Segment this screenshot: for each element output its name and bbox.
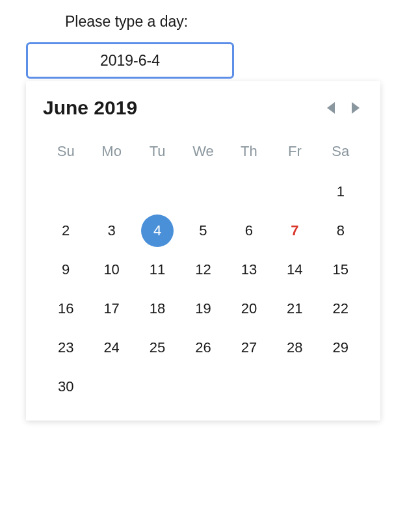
day-button[interactable]: 15 [324, 254, 357, 286]
day-button[interactable]: 16 [49, 292, 82, 325]
day-button[interactable]: 3 [96, 214, 128, 247]
chevron-right-icon [349, 101, 361, 115]
day-cell: 10 [88, 250, 134, 289]
day-cell: 15 [318, 250, 363, 289]
day-button[interactable]: 20 [233, 292, 265, 325]
day-button[interactable]: 25 [141, 332, 174, 364]
next-month-button[interactable] [347, 98, 363, 118]
day-cell: 12 [180, 250, 226, 289]
day-button[interactable]: 19 [187, 292, 219, 325]
day-cell: 30 [43, 367, 88, 406]
day-cell: 21 [272, 289, 317, 328]
day-cell: 11 [135, 250, 180, 289]
day-cell: 19 [180, 289, 226, 328]
day-cell: 24 [88, 328, 134, 367]
empty-cell [135, 172, 180, 211]
prompt-label: Please type a day: [65, 13, 420, 31]
day-cell: 4 [135, 211, 180, 250]
day-cell: 5 [180, 211, 226, 250]
day-button[interactable]: 23 [49, 332, 82, 364]
day-cell: 29 [318, 328, 363, 367]
day-cell: 18 [135, 289, 180, 328]
calendar-title: June 2019 [43, 97, 137, 119]
day-button[interactable]: 26 [187, 332, 219, 364]
day-button[interactable]: 4 [141, 214, 174, 247]
empty-cell [43, 172, 88, 211]
day-button[interactable]: 8 [324, 214, 357, 247]
day-button[interactable]: 11 [141, 254, 174, 286]
day-button[interactable]: 6 [233, 214, 265, 247]
day-button[interactable]: 10 [96, 254, 128, 286]
day-cell: 26 [180, 328, 226, 367]
empty-cell [88, 172, 134, 211]
prev-month-button[interactable] [323, 98, 340, 118]
day-cell: 16 [43, 289, 88, 328]
day-button[interactable]: 1 [324, 176, 357, 208]
day-cell: 9 [43, 250, 88, 289]
calendar-grid: SuMoTuWeThFrSa12345678910111213141516171… [43, 136, 363, 406]
day-cell: 20 [226, 289, 272, 328]
calendar-popover: June 2019 SuMoTuWeThFrSa1234567891011121… [26, 81, 380, 421]
day-cell: 13 [226, 250, 272, 289]
day-cell: 6 [226, 211, 272, 250]
svg-marker-0 [327, 102, 335, 114]
day-button[interactable]: 30 [49, 370, 82, 403]
day-cell: 17 [88, 289, 134, 328]
weekday-label: Sa [318, 136, 363, 167]
weekday-label: Mo [88, 136, 134, 167]
calendar-nav [323, 98, 363, 118]
day-cell: 8 [318, 211, 363, 250]
weekday-label: Tu [135, 136, 180, 167]
day-button[interactable]: 17 [96, 292, 128, 325]
day-button[interactable]: 28 [278, 332, 311, 364]
day-button[interactable]: 14 [278, 254, 311, 286]
weekday-label: We [180, 136, 226, 167]
day-cell: 22 [318, 289, 363, 328]
day-cell: 1 [318, 172, 363, 211]
calendar-header: June 2019 [43, 97, 363, 119]
empty-cell [180, 172, 226, 211]
day-button[interactable]: 29 [324, 332, 357, 364]
day-cell: 25 [135, 328, 180, 367]
empty-cell [226, 172, 272, 211]
day-button[interactable]: 21 [278, 292, 311, 325]
svg-marker-1 [352, 102, 360, 114]
day-button[interactable]: 7 [278, 214, 311, 247]
weekday-label: Fr [272, 136, 317, 167]
day-cell: 27 [226, 328, 272, 367]
day-button[interactable]: 24 [96, 332, 128, 364]
day-button[interactable]: 13 [233, 254, 265, 286]
empty-cell [272, 172, 317, 211]
day-button[interactable]: 22 [324, 292, 357, 325]
weekday-label: Su [43, 136, 88, 167]
day-cell: 28 [272, 328, 317, 367]
weekday-label: Th [226, 136, 272, 167]
day-button[interactable]: 27 [233, 332, 265, 364]
date-input[interactable] [26, 42, 234, 79]
chevron-left-icon [326, 101, 337, 115]
day-button[interactable]: 18 [141, 292, 174, 325]
day-cell: 14 [272, 250, 317, 289]
day-button[interactable]: 9 [49, 254, 82, 286]
day-button[interactable]: 5 [187, 214, 219, 247]
day-cell: 2 [43, 211, 88, 250]
day-cell: 7 [272, 211, 317, 250]
day-cell: 23 [43, 328, 88, 367]
day-cell: 3 [88, 211, 134, 250]
day-button[interactable]: 2 [49, 214, 82, 247]
date-input-wrap [26, 42, 420, 79]
day-button[interactable]: 12 [187, 254, 219, 286]
